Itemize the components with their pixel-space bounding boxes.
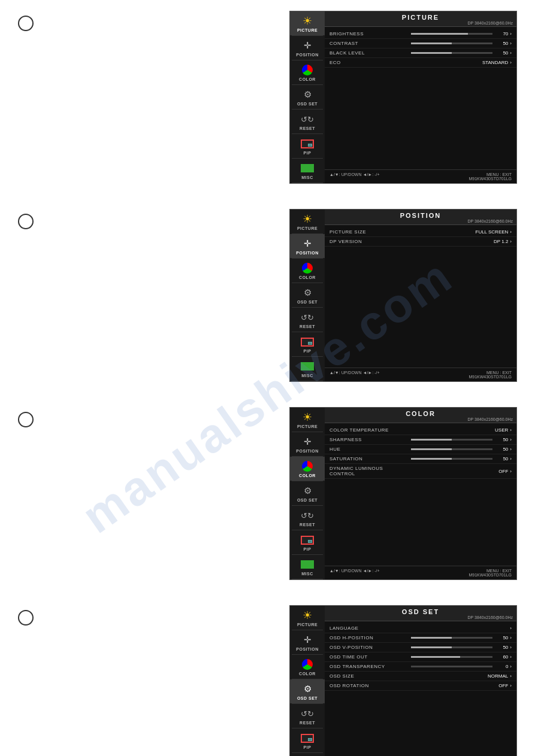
sidebar-item-misc[interactable]: MISC [290,357,325,381]
row-arrow-0: › [510,626,512,631]
osd-subtitle-osdset: DP 3840x2160@60.0Hz [325,615,516,620]
osd-main-osdset: OSD SET DP 3840x2160@60.0Hz LANGUAGE › [325,606,516,756]
sidebar-item-misc[interactable]: MISC [290,159,325,183]
misc-icon-wrapper [299,360,316,373]
sidebar-item-reset[interactable]: ↺↻ RESET [290,704,325,728]
gear-icon-wrapper: ⚙ [299,88,316,101]
sidebar-item-osdset[interactable]: ⚙ OSD SET [290,679,325,703]
sidebar-item-misc[interactable]: MISC [290,555,325,579]
sidebar-item-reset[interactable]: ↺↻ RESET [290,506,325,530]
sidebar-label-color: COLOR [299,275,316,280]
osd-row-3: OSD TIME OUT 60 › [325,652,516,662]
row-bar-1 [411,42,492,44]
osd-row-1: CONTRAST 50 › [325,39,516,48]
row-label-5: OSD SIZE [330,673,407,679]
osd-rows-picture: BRIGHTNESS 70 › CONTRAST 50 [325,27,516,169]
row-bar-3 [411,656,492,658]
row-label-2: HUE [330,447,407,452]
row-label-3: SATURATION [330,456,407,462]
osd-footer-picture: ▲/▼: UP/DOWN ◄/►: -/+ MENU : EXITM91KW43… [325,169,516,183]
osd-row-1: SHARPNESS 50 › [325,435,516,445]
sidebar-item-osdset[interactable]: ⚙ OSD SET [290,85,325,109]
sidebar-item-pip[interactable]: PIP [290,530,325,554]
pip-icon-wrapper [299,335,316,348]
row-arrow-2: › [510,447,512,452]
bullet-osdset [18,610,34,626]
arrows-icon: ✛ [304,238,312,249]
sidebar-item-misc[interactable]: MISC [290,753,325,756]
misc-icon [301,560,314,569]
row-bar-2 [411,52,492,54]
sidebar-item-picture[interactable]: ☀ PICTURE [290,210,325,233]
sidebar-item-color[interactable]: COLOR [290,259,325,283]
sidebar-label-pip: PIP [304,745,312,749]
pip-icon-wrapper [299,731,316,745]
row-label-2: BLACK LEVEL [330,50,407,56]
row-arrow-3: › [510,654,512,660]
osd-footer-position: ▲/▼: UP/DOWN ◄/►: -/+ MENU : EXITM91KW43… [325,368,516,381]
sidebar-item-color[interactable]: COLOR [290,60,325,84]
row-text-value-0: USER [407,427,508,433]
sidebar-item-pip[interactable]: PIP [290,728,325,752]
sidebar-item-position[interactable]: ✛ POSITION [290,36,325,60]
pip-icon [301,536,314,545]
arrows-icon: ✛ [304,634,312,645]
sidebar-label-position: POSITION [296,251,318,255]
row-value-4: 0 [496,664,508,669]
sidebar-item-position[interactable]: ✛ POSITION [290,234,325,258]
row-label-0: PICTURE SIZE [330,229,407,235]
row-bar-3 [411,458,492,460]
sidebar-item-position[interactable]: ✛ POSITION [290,432,325,456]
sidebar-item-pip[interactable]: PIP [290,332,325,356]
row-bar-1 [411,637,492,639]
osd-rows-color: COLOR TEMPERATURE USER › SHARPNESS 50 › [325,423,516,566]
sidebar-item-color[interactable]: COLOR [290,655,325,679]
sidebar-item-osdset[interactable]: ⚙ OSD SET [290,481,325,505]
row-text-value-4: OFF [407,469,508,474]
osd-row-4: OSD TRANSPARENCY 0 › [325,662,516,672]
sidebar-item-reset[interactable]: ↺↻ RESET [290,110,325,133]
sidebar-item-osdset[interactable]: ⚙ OSD SET [290,283,325,307]
sidebar-label-reset: RESET [300,523,315,527]
row-label-6: OSD ROTATION [330,683,407,688]
row-bar-4 [411,666,492,667]
sidebar-label-pip: PIP [304,151,312,155]
panel-section-position: ☀ PICTURE ✛ POSITION [0,198,535,382]
osd-row-3: SATURATION 50 › [325,454,516,464]
row-label-1: SHARPNESS [330,437,407,442]
sidebar-item-picture[interactable]: ☀ PICTURE [290,11,325,35]
osd-title-osdset: OSD SET [325,608,516,615]
osd-main-position: POSITION DP 3840x2160@60.0Hz PICTURE SIZ… [325,210,516,381]
row-arrow-0: › [510,229,512,235]
row-text-value-6: OFF [407,683,508,688]
sidebar-item-pip[interactable]: PIP [290,134,325,158]
sidebar-label-picture: PICTURE [297,226,318,230]
pip-icon [301,734,314,743]
row-arrow-2: › [510,50,512,56]
color-icon [302,659,313,670]
sidebar-item-position[interactable]: ✛ POSITION [290,630,325,654]
row-value-2: 50 [496,447,508,452]
row-text-value-0: FULL SCREEN [407,229,508,235]
row-arrow-1: › [510,239,512,244]
panel-section-osdset: ☀ PICTURE ✛ POSITION [0,594,535,756]
sun-icon-wrapper: ☀ [299,609,316,622]
row-label-1: DP VERSION [330,239,407,244]
sidebar-label-misc: MISC [301,374,313,378]
sidebar-item-reset[interactable]: ↺↻ RESET [290,308,325,332]
osd-footer-model-picture: MENU : EXITM91KW430STD701LG [468,172,512,181]
sidebar-label-misc: MISC [301,572,313,576]
row-text-value-5: NORMAL [407,673,508,679]
sidebar-label-osdset: OSD SET [297,696,318,700]
osd-footer-model-position: MENU : EXITM91KW430STD701LG [468,371,512,379]
sidebar-item-picture[interactable]: ☀ PICTURE [290,606,325,630]
row-bar-fill-2 [411,646,452,648]
row-label-3: OSD TIME OUT [330,654,407,660]
osd-container-color: ☀ PICTURE ✛ POSITION [289,407,517,580]
sun-icon-wrapper: ☀ [299,14,316,28]
sidebar-item-color[interactable]: COLOR [290,457,325,481]
gear-icon: ⚙ [304,89,312,100]
sidebar-item-picture[interactable]: ☀ PICTURE [290,408,325,432]
osd-row-3: ECO STANDARD › [325,58,516,68]
color-icon-wrapper [299,658,316,671]
